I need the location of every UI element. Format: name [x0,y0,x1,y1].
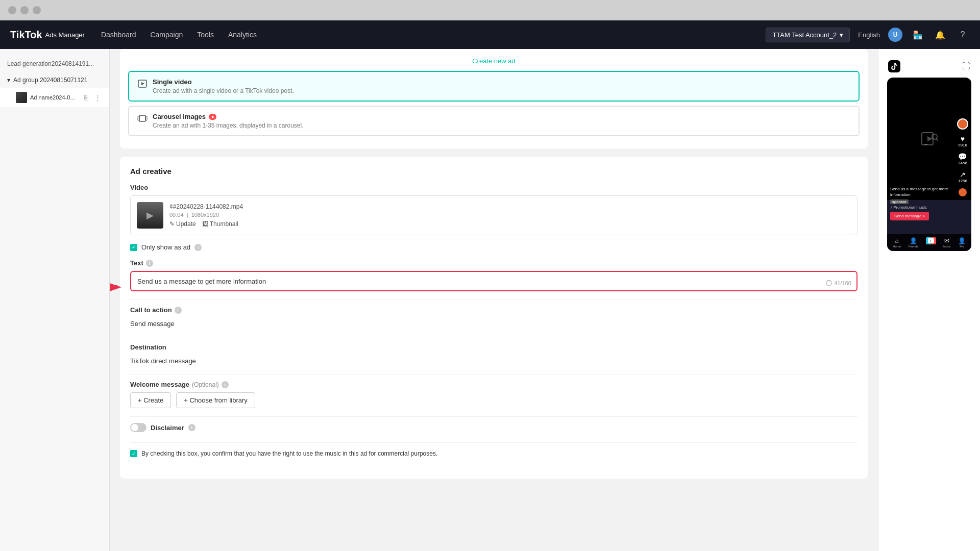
friends-icon: 👤 [910,237,917,244]
disclaimer-info-icon[interactable]: i [188,424,195,431]
music-confirm-row: ✓ By checking this box, you confirm that… [130,449,857,458]
text-input[interactable] [137,278,850,285]
svg-rect-3 [138,116,139,120]
choose-from-library-button[interactable]: + Choose from library [176,392,255,408]
window-maximize-btn[interactable] [33,6,41,14]
svg-marker-1 [141,82,144,85]
preview-like-item: ♥ 991k [958,135,967,147]
tiktok-logo-text: TikTok [10,29,42,41]
nav-tools[interactable]: Tools [197,31,214,39]
nav-right-area: TTAM Test Account_2 ▾ English U 🏪 🔔 ? [766,28,970,42]
only-show-as-ad-label: Only show as ad [141,243,190,251]
carousel-icon [137,113,148,123]
preview-nav-home: ⌂ Home [893,237,901,248]
text-field-row: Text i [130,259,857,291]
welcome-info-icon[interactable]: i [222,381,229,388]
preview-sidebar-icons: ♥ 991k 💬 3456 ↗ 1256 [957,118,968,196]
thumbnail-icon: 🖼 [202,220,208,228]
carousel-images-option[interactable]: Carousel images ● Create an ad with 1-35… [128,106,860,136]
preview-device-container: ⛶ [887,57,971,251]
nav-dashboard[interactable]: Dashboard [101,31,136,39]
destination-value: TikTok direct message [130,355,857,367]
ad-item[interactable]: Ad name2024-08-1... ⎘ ⋮ [0,88,109,107]
carousel-badge: ● [209,114,216,120]
music-confirm-checkbox[interactable]: ✓ [130,450,137,457]
create-new-ad-link[interactable]: Create new ad [128,57,860,65]
tiktok-preview-icon [888,60,900,72]
preview-comment-item: 💬 3456 [958,153,967,165]
notification-icon[interactable]: 🔔 [933,28,947,42]
more-icon[interactable]: ⋮ [93,93,102,102]
preview-nav-friends: 👤 Friends [908,237,918,248]
window-minimize-btn[interactable] [20,6,29,14]
preview-nav-me: 👤 Me [958,237,966,248]
profile-icon: 👤 [958,237,966,244]
preview-bottom-nav: ⌂ Home 👤 Friends + [887,234,971,251]
disclaimer-toggle[interactable] [130,423,146,432]
share-icon: ↗ [960,170,966,179]
heart-icon: ♥ [961,135,965,143]
welcome-message-row: Welcome message (Optional) i + Create + … [130,381,857,408]
text-info-icon[interactable]: i [146,260,153,267]
only-show-info-icon[interactable]: i [194,244,202,251]
carousel-title: Carousel images ● [153,113,304,120]
preview-expand-icon[interactable]: ⛶ [962,62,970,71]
nav-campaign[interactable]: Campaign [150,31,183,39]
ad-thumbnail [16,92,27,103]
account-selector[interactable]: TTAM Test Account_2 ▾ [766,28,850,42]
welcome-message-buttons: + Create + Choose from library [130,392,857,408]
ads-manager-text: Ads Manager [45,31,85,39]
cta-info-icon[interactable]: i [175,307,182,314]
adgroup-label: Ad group 20240815071121 [13,77,87,84]
store-icon[interactable]: 🏪 [911,28,925,42]
window-chrome [0,0,980,20]
cta-label: Call to action i [130,306,857,314]
campaign-item[interactable]: Lead generation20240814191... [0,55,109,72]
field-divider-5 [130,442,857,443]
window-close-btn[interactable] [8,6,16,14]
ad-type-section: Create new ad Single video Create ad wit… [120,49,868,148]
checkmark-icon: ✓ [132,451,136,457]
call-to-action-row: Call to action i Send message [130,306,857,330]
create-welcome-button[interactable]: + Create [130,392,171,408]
main-layout: Lead generation20240814191... ▾ Ad group… [0,49,980,551]
single-video-option[interactable]: Single video Create ad with a single vid… [128,71,860,102]
home-icon: ⌂ [895,237,899,244]
top-navigation: TikTok Ads Manager Dashboard Campaign To… [0,20,980,49]
preview-cta-button: Send message > [890,212,929,220]
adgroup-item[interactable]: ▾ Ad group 20240815071121 [0,72,109,88]
video-update-link[interactable]: ✎ Update [169,220,196,228]
cta-value: Send message [130,318,857,330]
language-selector[interactable]: English [858,31,880,39]
carousel-info: Carousel images ● Create an ad with 1-35… [153,113,304,129]
only-show-as-ad-checkbox[interactable]: ✓ [130,244,137,251]
user-avatar[interactable]: U [888,28,902,42]
copy-icon[interactable]: ⎘ [82,93,91,102]
preview-device: ♥ 991k 💬 3456 ↗ 1256 [887,78,971,251]
field-divider-3 [130,374,857,374]
preview-header: ⛶ [887,57,971,76]
content-area: Create new ad Single video Create ad wit… [110,49,980,551]
help-icon[interactable]: ? [955,28,970,42]
single-video-icon [137,79,148,89]
account-name: TTAM Test Account_2 [772,31,837,39]
video-actions: ✎ Update 🖼 Thumbnail [169,220,851,228]
field-divider [130,299,857,300]
inbox-icon: ✉ [944,237,949,244]
single-video-desc: Create ad with a single video or a TikTo… [153,87,294,94]
svg-line-10 [936,139,938,140]
video-thumbnail-link[interactable]: 🖼 Thumbnail [202,220,238,228]
form-area: Create new ad Single video Create ad wit… [110,49,878,551]
add-icon: + [926,237,936,244]
like-count: 991k [958,143,967,147]
field-divider-4 [130,416,857,417]
comment-icon: 💬 [958,153,967,161]
disclaimer-label: Disclaimer [151,424,184,432]
nav-analytics[interactable]: Analytics [228,31,257,39]
ad-item-actions: ⎘ ⋮ [82,93,102,102]
preview-ad-text: Send us a message to get more informatio… [890,186,956,197]
disclaimer-row: Disclaimer i [130,423,857,432]
text-field-wrapper: 41/100 [130,271,857,291]
carousel-desc: Create an ad with 1-35 images, displayed… [153,122,304,129]
loading-spinner [826,280,832,286]
